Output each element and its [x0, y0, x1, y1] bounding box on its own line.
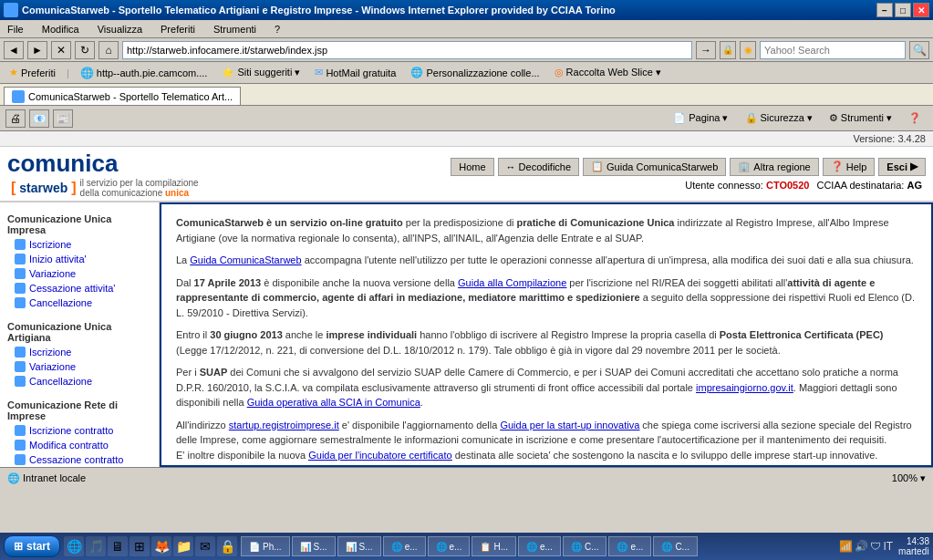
home-button[interactable]: ⌂ — [98, 41, 119, 59]
rss-button[interactable]: ◉ — [740, 41, 756, 59]
taskbar-app-ie4[interactable]: 🌐 e... — [608, 536, 651, 556]
address-input[interactable] — [122, 41, 692, 59]
lock-icon[interactable]: 🔒 — [217, 536, 237, 556]
firefox-icon[interactable]: 🦊 — [151, 536, 171, 556]
sidebar-title-impresa: Comunicazione Unica Impresa — [0, 210, 159, 237]
close-button[interactable]: ✕ — [913, 3, 929, 17]
fav-suggeriti[interactable]: ⭐ Siti suggeriti ▾ — [218, 65, 304, 80]
strumenti-button[interactable]: ⚙ Strumenti ▾ — [823, 109, 898, 129]
menu-strumenti[interactable]: Strumenti — [210, 22, 260, 36]
switch-icon[interactable]: ⊞ — [130, 536, 150, 556]
app-icon-3: 📊 — [346, 542, 357, 552]
taskbar-app-c2[interactable]: 🌐 C... — [653, 536, 698, 556]
sidebar-item-variazione-impresa[interactable]: Variazione — [0, 266, 159, 281]
stop-button[interactable]: ✕ — [51, 41, 71, 59]
tab-main[interactable]: ComunicaStarweb - Sportello Telematico A… — [4, 87, 241, 105]
search-button[interactable]: 🔍 — [909, 41, 929, 59]
sidebar-item-cancellazione-artigiana[interactable]: Cancellazione — [0, 374, 159, 389]
decodifiche-button[interactable]: ↔ Decodifiche — [498, 158, 579, 176]
guida-scia-link[interactable]: Guida operativa alla SCIA in Comunica — [247, 397, 420, 408]
guida-compilazione-link[interactable]: Guida alla Compilazione — [458, 277, 566, 288]
startup-link[interactable]: startup.registroimprese.it — [229, 420, 339, 430]
toolbar-nav-icon2[interactable]: 📧 — [29, 109, 49, 128]
sicurezza-button[interactable]: 🔒 Sicurezza ▾ — [739, 109, 819, 129]
taskbar-app-ie1[interactable]: 🌐 e... — [383, 536, 426, 556]
esci-button[interactable]: Esci ▶ — [878, 158, 926, 176]
search-input[interactable] — [760, 41, 906, 59]
favorites-button[interactable]: ★ Preferiti — [5, 65, 59, 80]
guida-button[interactable]: 📋 Guida ComunicaStarweb — [583, 158, 726, 176]
menu-modifica[interactable]: Modifica — [38, 22, 83, 36]
back-button[interactable]: ◄ — [4, 41, 24, 59]
windows-icon: ⊞ — [14, 540, 23, 553]
sidebar-item-modifica-contratto[interactable]: Modifica contratto — [0, 438, 159, 452]
sidebar-item-cancellazione-impresa[interactable]: Cancellazione — [0, 296, 159, 310]
help-app-button[interactable]: ❓ Help — [823, 158, 876, 176]
fav-personalizzazione[interactable]: 🌐 Personalizzazione colle... — [407, 65, 543, 80]
go-button[interactable]: → — [696, 41, 716, 59]
taskbar-app-ie3[interactable]: 🌐 e... — [518, 536, 561, 556]
forward-button[interactable]: ► — [27, 41, 47, 59]
mail-icon[interactable]: ✉ — [195, 536, 215, 556]
cert-button[interactable]: 🔒 — [720, 41, 736, 59]
impresaingiorno-link[interactable]: impresaingiorno.gov.it — [696, 382, 793, 393]
refresh-button[interactable]: ↻ — [75, 41, 95, 59]
tray-security-icon: 🛡 — [870, 540, 881, 553]
menu-help[interactable]: ? — [271, 22, 284, 36]
help-toolbar-button[interactable]: ❓ — [902, 109, 928, 129]
home-nav-button[interactable]: Home — [451, 158, 493, 176]
fav-auth[interactable]: 🌐 http--auth.pie.camcom.... — [77, 65, 212, 81]
maximize-button[interactable]: □ — [895, 3, 911, 17]
taskbar-quick-launch: 🌐 🎵 🖥 ⊞ 🦊 📁 ✉ 🔒 — [64, 536, 237, 556]
sidebar-item-inizio[interactable]: Inizio attivita' — [0, 252, 159, 266]
app-icon-c2: 🌐 — [661, 542, 672, 552]
help-app-icon: ❓ — [831, 161, 844, 172]
sidebar-item-cessazione[interactable]: Cessazione attivita' — [0, 281, 159, 296]
tab-icon-main — [12, 90, 25, 103]
toolbar-nav-icon1[interactable]: 🖨 — [5, 109, 26, 128]
folder-icon[interactable]: 📁 — [173, 536, 193, 556]
decodifiche-label: Decodifiche — [519, 161, 571, 172]
taskbar: ⊞ start 🌐 🎵 🖥 ⊞ 🦊 📁 ✉ 🔒 📄 Ph... 📊 S... 📊… — [0, 533, 933, 560]
bullet-icon — [15, 440, 26, 451]
content-area: ComunicaStarweb è un servizio on-line gr… — [160, 202, 933, 467]
pagina-button[interactable]: 📄 Pagina ▾ — [667, 109, 734, 129]
taskbar-app-2[interactable]: 📊 S... — [292, 536, 336, 556]
content-p2: La Guida ComunicaStarweb accompagna l'ut… — [176, 253, 917, 268]
sidebar-item-variazione-artigiana[interactable]: Variazione — [0, 359, 159, 374]
altra-icon: 🏢 — [738, 161, 751, 172]
bullet-icon — [15, 239, 26, 250]
guida-incubatore-link[interactable]: Guida per l'incubatore certificato — [308, 450, 451, 461]
fav-raccolta[interactable]: ◎ Raccolta Web Slice ▾ — [551, 65, 665, 80]
start-button[interactable]: ⊞ start — [4, 535, 60, 557]
sidebar-item-iscrizione-impresa[interactable]: Iscrizione — [0, 237, 159, 252]
taskbar-app-1[interactable]: 📄 Ph... — [241, 536, 290, 556]
sidebar-item-iscrizione-contratto[interactable]: Iscrizione contratto — [0, 423, 159, 438]
minimize-button[interactable]: − — [876, 3, 893, 17]
show-desktop-icon[interactable]: 🖥 — [108, 536, 128, 556]
taskbar-app-3[interactable]: 📊 S... — [337, 536, 381, 556]
ie-quick-icon[interactable]: 🌐 — [64, 536, 84, 556]
sidebar: Comunicazione Unica Impresa Iscrizione I… — [0, 202, 160, 467]
menu-file[interactable]: File — [4, 22, 27, 36]
taskbar-app-c1[interactable]: 🌐 C... — [563, 536, 607, 556]
app-icon-ie2: 🌐 — [436, 542, 447, 552]
menu-visualizza[interactable]: Visualizza — [94, 22, 146, 36]
app-icon-h: 📋 — [480, 542, 491, 552]
time-display: 14:38 — [898, 536, 929, 546]
bullet-icon — [15, 254, 26, 264]
sicurezza-label: Sicurezza ▾ — [761, 112, 813, 124]
fav-hotmail[interactable]: ✉ HotMail gratuita — [311, 65, 399, 80]
sidebar-item-cessazione-contratto[interactable]: Cessazione contratto — [0, 452, 159, 467]
taskbar-app-ie2[interactable]: 🌐 e... — [428, 536, 471, 556]
taskbar-app-h[interactable]: 📋 H... — [472, 536, 516, 556]
sidebar-item-iscrizione-artigiana[interactable]: Iscrizione — [0, 345, 159, 359]
guida-startup-link[interactable]: Guida per la start-up innovativa — [500, 420, 639, 430]
taskbar-apps: 📄 Ph... 📊 S... 📊 S... 🌐 e... 🌐 e... 📋 H.… — [241, 536, 835, 556]
clock: 14:38 martedì — [898, 536, 929, 556]
menu-preferiti[interactable]: Preferiti — [157, 22, 199, 36]
altra-regione-button[interactable]: 🏢 Altra regione — [730, 158, 818, 176]
media-player-icon[interactable]: 🎵 — [86, 536, 106, 556]
guida-link[interactable]: Guida ComunicaStarweb — [190, 254, 301, 265]
toolbar-nav-icon3[interactable]: 📰 — [53, 109, 73, 128]
